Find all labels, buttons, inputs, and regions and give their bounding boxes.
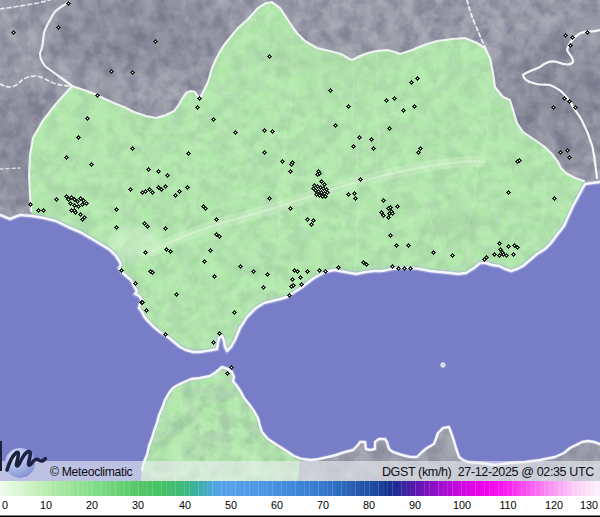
- svg-text:120: 120: [545, 499, 563, 511]
- svg-text:80: 80: [363, 499, 375, 511]
- svg-text:90: 90: [409, 499, 421, 511]
- svg-text:10: 10: [40, 499, 52, 511]
- svg-text:DGST (km/h) 27-12-2025 @ 02:3: DGST (km/h) 27-12-2025 @ 02:35 UTC: [382, 465, 594, 479]
- svg-text:20: 20: [86, 499, 98, 511]
- svg-text:70: 70: [317, 499, 329, 511]
- svg-text:40: 40: [179, 499, 191, 511]
- svg-text:130: 130: [580, 499, 598, 511]
- svg-text:30: 30: [132, 499, 144, 511]
- svg-text:100: 100: [453, 499, 471, 511]
- svg-text:© Meteoclimatic: © Meteoclimatic: [50, 465, 133, 479]
- svg-text:50: 50: [225, 499, 237, 511]
- svg-text:0: 0: [2, 499, 8, 511]
- svg-text:60: 60: [271, 499, 283, 511]
- svg-text:110: 110: [499, 499, 516, 511]
